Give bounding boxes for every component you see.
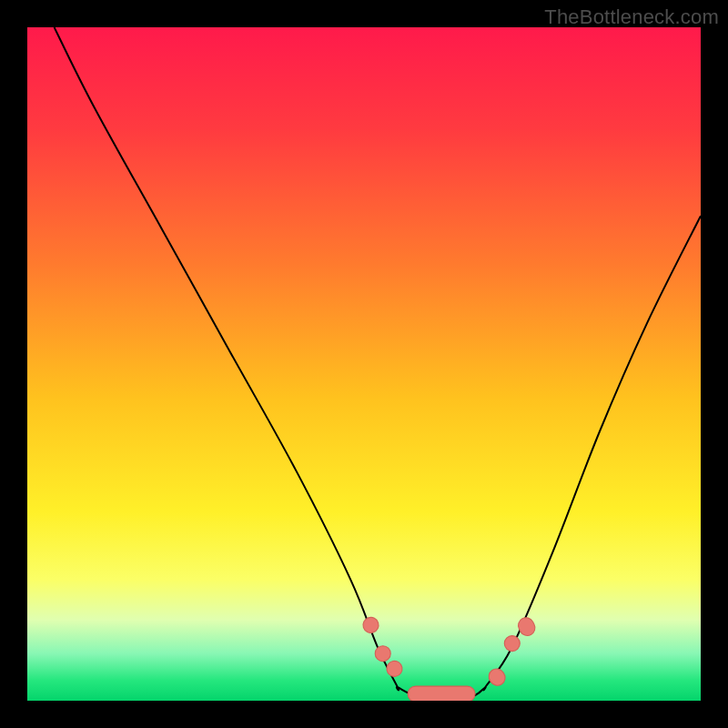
watermark-text: TheBottleneck.com xyxy=(544,5,719,29)
svg-point-2 xyxy=(375,646,390,662)
svg-rect-1 xyxy=(360,615,381,636)
svg-point-6 xyxy=(504,636,520,652)
svg-rect-5 xyxy=(486,666,509,689)
plot-area xyxy=(27,27,701,701)
svg-rect-3 xyxy=(384,658,406,680)
svg-rect-4 xyxy=(408,686,475,701)
chart-frame: TheBottleneck.com xyxy=(0,0,728,728)
bottleneck-curve xyxy=(27,27,701,701)
